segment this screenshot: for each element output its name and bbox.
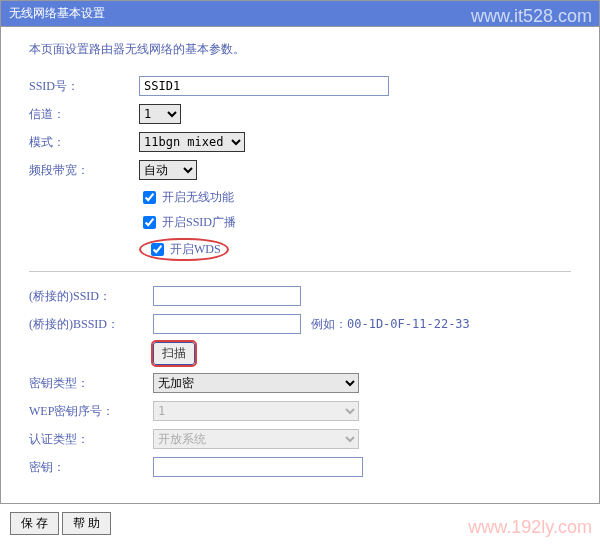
auth-type-label: 认证类型： bbox=[29, 431, 153, 448]
mode-label: 模式： bbox=[29, 134, 139, 151]
wds-highlight-oval: 开启WDS bbox=[139, 238, 229, 261]
save-button[interactable]: 保 存 bbox=[10, 512, 59, 535]
wep-index-label: WEP密钥序号： bbox=[29, 403, 153, 420]
bridge-bssid-label: (桥接的)BSSID： bbox=[29, 316, 153, 333]
scan-button[interactable]: 扫描 bbox=[153, 342, 195, 365]
bridge-bssid-input[interactable] bbox=[153, 314, 301, 334]
separator bbox=[29, 271, 571, 272]
mode-select[interactable]: 11bgn mixed bbox=[139, 132, 245, 152]
enable-wireless-checkbox[interactable] bbox=[143, 191, 156, 204]
enable-wireless-label: 开启无线功能 bbox=[162, 189, 234, 206]
encryption-label: 密钥类型： bbox=[29, 375, 153, 392]
enable-wds-checkbox[interactable] bbox=[151, 243, 164, 256]
intro-text: 本页面设置路由器无线网络的基本参数。 bbox=[29, 41, 571, 58]
enable-ssid-broadcast-checkbox[interactable] bbox=[143, 216, 156, 229]
watermark-bottom: www.192ly.com bbox=[468, 517, 592, 538]
ssid-label: SSID号： bbox=[29, 78, 139, 95]
bandwidth-label: 频段带宽： bbox=[29, 162, 139, 179]
key-label: 密钥： bbox=[29, 459, 153, 476]
auth-type-select: 开放系统 bbox=[153, 429, 359, 449]
enable-ssid-broadcast-label: 开启SSID广播 bbox=[162, 214, 236, 231]
watermark-top: www.it528.com bbox=[471, 6, 592, 27]
ssid-input[interactable] bbox=[139, 76, 389, 96]
wep-index-select: 1 bbox=[153, 401, 359, 421]
panel-body: 本页面设置路由器无线网络的基本参数。 SSID号： 信道： 1 模式： 11bg… bbox=[0, 27, 600, 504]
bridge-ssid-label: (桥接的)SSID： bbox=[29, 288, 153, 305]
key-input[interactable] bbox=[153, 457, 363, 477]
help-button[interactable]: 帮 助 bbox=[62, 512, 111, 535]
encryption-select[interactable]: 无加密 bbox=[153, 373, 359, 393]
channel-select[interactable]: 1 bbox=[139, 104, 181, 124]
bandwidth-select[interactable]: 自动 bbox=[139, 160, 197, 180]
bssid-hint: 例如：00-1D-0F-11-22-33 bbox=[311, 316, 470, 333]
bridge-ssid-input[interactable] bbox=[153, 286, 301, 306]
enable-wds-label: 开启WDS bbox=[170, 241, 221, 258]
channel-label: 信道： bbox=[29, 106, 139, 123]
